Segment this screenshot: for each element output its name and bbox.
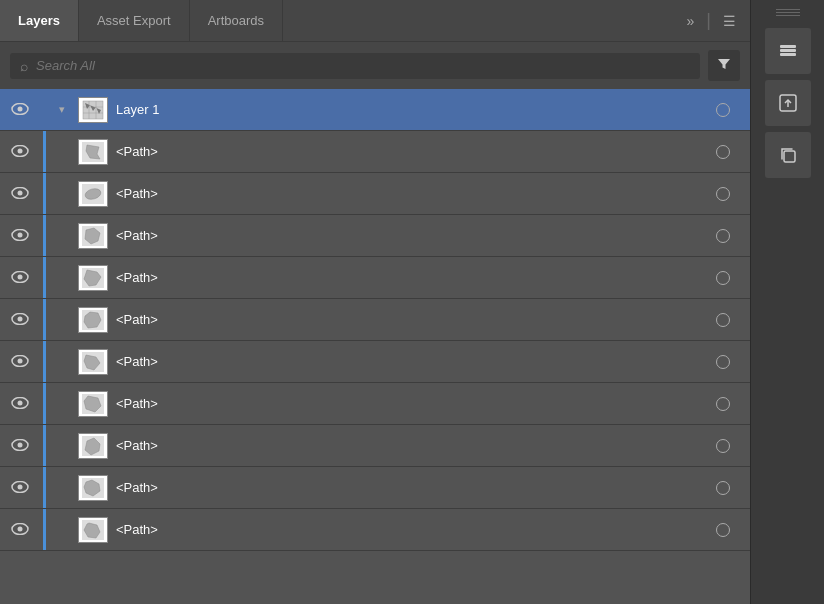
- target-circle-path1: [716, 145, 730, 159]
- tab-bar: Layers Asset Export Artboards » | ☰: [0, 0, 750, 42]
- target-layer1[interactable]: [708, 103, 738, 117]
- svg-point-9: [18, 148, 23, 153]
- eye-icon-path3: [11, 228, 29, 244]
- layer-name-path4: <Path>: [116, 270, 708, 285]
- layers-panel: Layers Asset Export Artboards » | ☰ ⌕: [0, 0, 750, 604]
- filter-icon: [716, 56, 732, 75]
- thumb-path3: [76, 221, 110, 251]
- layer-row-path10[interactable]: <Path>: [0, 509, 750, 551]
- visibility-path10[interactable]: [0, 522, 40, 538]
- eye-icon-path4: [11, 270, 29, 286]
- expand-arrow-layer1: ▾: [59, 103, 65, 116]
- layer-name-path9: <Path>: [116, 480, 708, 495]
- eye-icon-path9: [11, 480, 29, 496]
- expand-layer1[interactable]: ▾: [48, 103, 76, 116]
- layer-row-path1[interactable]: <Path>: [0, 131, 750, 173]
- search-icon: ⌕: [20, 58, 28, 74]
- layer-name-path6: <Path>: [116, 354, 708, 369]
- eye-icon-path5: [11, 312, 29, 328]
- layer-row-path4[interactable]: <Path>: [0, 257, 750, 299]
- target-circle-path6: [716, 355, 730, 369]
- layer-row-path5[interactable]: <Path>: [0, 299, 750, 341]
- svg-rect-53: [784, 151, 795, 162]
- layer-row-path8[interactable]: <Path>: [0, 425, 750, 467]
- thumb-img-layer1: [78, 97, 108, 123]
- visibility-path3[interactable]: [0, 228, 40, 244]
- layer-name-path7: <Path>: [116, 396, 708, 411]
- svg-rect-50: [780, 45, 796, 48]
- filter-button[interactable]: [708, 50, 740, 81]
- eye-icon-path2: [11, 186, 29, 202]
- menu-btn[interactable]: ☰: [717, 9, 742, 33]
- target-path1[interactable]: [708, 145, 738, 159]
- indent-bar-path6: [40, 341, 48, 382]
- layer-name-path2: <Path>: [116, 186, 708, 201]
- visibility-path6[interactable]: [0, 354, 40, 370]
- thumb-path6: [76, 347, 110, 377]
- eye-icon-path7: [11, 396, 29, 412]
- export-button[interactable]: [765, 80, 811, 126]
- target-path10[interactable]: [708, 523, 738, 537]
- eye-icon-path6: [11, 354, 29, 370]
- svg-point-21: [18, 274, 23, 279]
- layers-list[interactable]: ▾ Layer 1: [0, 89, 750, 604]
- target-path3[interactable]: [708, 229, 738, 243]
- thumb-path7: [76, 389, 110, 419]
- layers-stack-button[interactable]: [765, 28, 811, 74]
- visibility-path9[interactable]: [0, 480, 40, 496]
- visibility-path1[interactable]: [0, 144, 40, 160]
- visibility-path7[interactable]: [0, 396, 40, 412]
- panel-grip: [758, 6, 818, 18]
- svg-point-41: [18, 484, 23, 489]
- eye-icon-layer1: [11, 102, 29, 118]
- svg-point-25: [18, 316, 23, 321]
- target-circle-path8: [716, 439, 730, 453]
- tab-asset-export[interactable]: Asset Export: [79, 0, 190, 41]
- tab-layers-label: Layers: [18, 13, 60, 28]
- thumb-layer1: [76, 95, 110, 125]
- indent-bar-path2: [40, 173, 48, 214]
- layer-row-path3[interactable]: <Path>: [0, 215, 750, 257]
- tab-artboards[interactable]: Artboards: [190, 0, 283, 41]
- layer-row-layer1[interactable]: ▾ Layer 1: [0, 89, 750, 131]
- target-circle-path4: [716, 271, 730, 285]
- tab-layers[interactable]: Layers: [0, 0, 79, 41]
- layers-stack-icon: [777, 40, 799, 62]
- target-path2[interactable]: [708, 187, 738, 201]
- tab-actions: » | ☰: [681, 0, 750, 41]
- chevron-double-btn[interactable]: »: [681, 9, 701, 33]
- visibility-path5[interactable]: [0, 312, 40, 328]
- svg-point-29: [18, 358, 23, 363]
- search-input[interactable]: [36, 58, 690, 73]
- visibility-path8[interactable]: [0, 438, 40, 454]
- indent-bar-path5: [40, 299, 48, 340]
- layer-row-path7[interactable]: <Path>: [0, 383, 750, 425]
- thumb-path8: [76, 431, 110, 461]
- svg-point-37: [18, 442, 23, 447]
- thumb-path1: [76, 137, 110, 167]
- duplicate-button[interactable]: [765, 132, 811, 178]
- target-path8[interactable]: [708, 439, 738, 453]
- duplicate-icon: [778, 145, 798, 165]
- search-wrapper: ⌕: [10, 53, 700, 79]
- search-bar: ⌕: [0, 42, 750, 89]
- layer-row-path2[interactable]: <Path>: [0, 173, 750, 215]
- target-path6[interactable]: [708, 355, 738, 369]
- target-path9[interactable]: [708, 481, 738, 495]
- visibility-path4[interactable]: [0, 270, 40, 286]
- target-path4[interactable]: [708, 271, 738, 285]
- target-circle-path3: [716, 229, 730, 243]
- tab-asset-export-label: Asset Export: [97, 13, 171, 28]
- svg-point-13: [18, 190, 23, 195]
- layer-name-path10: <Path>: [116, 522, 708, 537]
- visibility-layer1[interactable]: [0, 102, 40, 118]
- tab-action-divider: |: [704, 10, 713, 31]
- indent-bar-path9: [40, 467, 48, 508]
- layer-row-path6[interactable]: <Path>: [0, 341, 750, 383]
- target-path5[interactable]: [708, 313, 738, 327]
- visibility-path2[interactable]: [0, 186, 40, 202]
- layer-row-path9[interactable]: <Path>: [0, 467, 750, 509]
- target-path7[interactable]: [708, 397, 738, 411]
- eye-icon-path8: [11, 438, 29, 454]
- svg-rect-48: [780, 53, 796, 56]
